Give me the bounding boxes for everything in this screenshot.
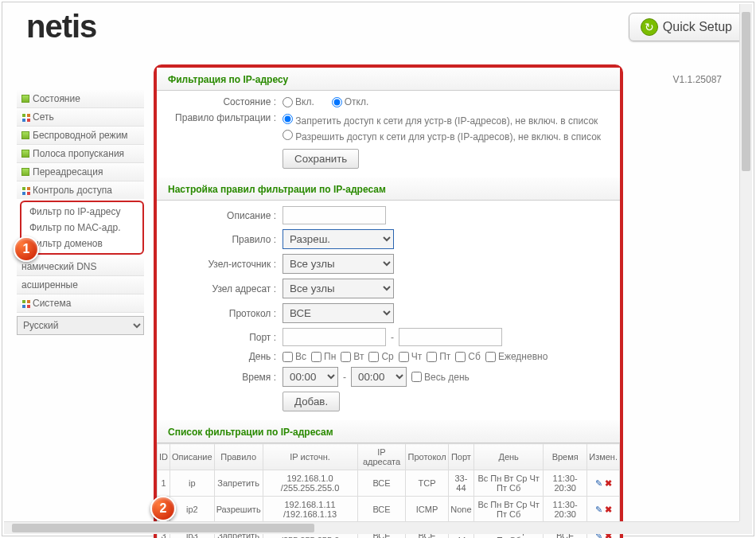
day-thu[interactable]: Чт: [399, 351, 423, 362]
port-to-input[interactable]: [399, 328, 502, 346]
col-port: Порт: [448, 444, 474, 470]
callout-1-badge: 1: [14, 236, 39, 262]
col-rule: Правило: [214, 444, 263, 470]
rule-deny-option[interactable]: Запретить доступ к сети для устр-в (IP-а…: [283, 112, 614, 128]
sidebar-item-network[interactable]: Сеть: [17, 108, 144, 127]
dst-label: Узел адресат :: [163, 283, 283, 294]
scroll-corner: [739, 521, 752, 534]
square-icon: [21, 168, 29, 176]
section1-title: Фильтрация по IP-адресу: [157, 68, 620, 91]
day-tue[interactable]: Вт: [341, 351, 364, 362]
delete-icon[interactable]: ✖: [605, 478, 612, 488]
col-dstip: IP адресата: [357, 444, 406, 470]
quick-setup-label: Quick Setup: [663, 20, 732, 34]
square-icon: [21, 95, 29, 103]
day-wed[interactable]: Ср: [368, 351, 393, 362]
square-icon: [21, 131, 29, 139]
edit-icon[interactable]: ✎: [595, 505, 602, 514]
table-row: 2ip2Разрешить192.168.1.11 /192.168.1.13В…: [158, 497, 620, 523]
sidebar-item-system[interactable]: Система: [17, 294, 144, 313]
state-off-option[interactable]: Откл.: [332, 96, 369, 107]
col-edit: Измен.: [587, 444, 620, 470]
square-icon: [21, 299, 29, 307]
time-from-select[interactable]: 00:00: [283, 367, 338, 387]
col-time: Время: [544, 444, 587, 470]
sidebar-sub-domainfilter[interactable]: Фильтр доменов: [23, 236, 141, 251]
state-on-option[interactable]: Вкл.: [283, 96, 314, 107]
day-sat[interactable]: Сб: [455, 351, 481, 362]
save-button[interactable]: Сохранить: [283, 149, 359, 169]
day-sun[interactable]: Вс: [283, 351, 306, 362]
refresh-icon: ↻: [641, 18, 658, 36]
sidebar-item-forwarding[interactable]: Переадресация: [17, 163, 144, 181]
col-id: ID: [158, 444, 170, 470]
day-label: День :: [163, 351, 283, 362]
filterrule-label: Правило фильтрации :: [163, 112, 283, 123]
day-daily[interactable]: Ежедневно: [485, 351, 548, 362]
desc-input[interactable]: [283, 206, 386, 224]
proto-select[interactable]: ВСЕ: [283, 303, 394, 323]
square-icon: [21, 186, 29, 194]
time-label: Время :: [163, 372, 283, 383]
section3-title: Список фильтрации по IP-адресам: [157, 420, 620, 443]
src-select[interactable]: Все узлы: [283, 254, 394, 274]
src-label: Узел-источник :: [163, 259, 283, 270]
table-row: 1ipЗапретить192.168.1.0 /255.255.255.0ВС…: [158, 470, 620, 497]
vertical-scrollbar[interactable]: [739, 4, 752, 521]
rule-select[interactable]: Разреш.: [283, 229, 394, 249]
sidebar-sub-macfilter[interactable]: Фильтр по MAC-адр.: [23, 220, 141, 236]
version-label: V1.1.25087: [673, 74, 722, 85]
col-srcip: IP источн.: [263, 444, 357, 470]
delete-icon[interactable]: ✖: [605, 505, 612, 514]
sidebar-item-access[interactable]: Контроль доступа: [17, 181, 144, 199]
proto-label: Протокол :: [163, 308, 283, 319]
main-panel: Фильтрация по IP-адресу Состояние : Вкл.…: [154, 64, 623, 538]
sidebar-item-wireless[interactable]: Беспроводной режим: [17, 127, 144, 145]
rule-allow-option[interactable]: Разрешить доступ к сети для устр-в (IP-а…: [283, 128, 614, 144]
col-day: День: [474, 444, 544, 470]
quick-setup-button[interactable]: ↻ Quick Setup: [629, 13, 744, 41]
language-select[interactable]: Русский: [17, 316, 144, 335]
day-checks: Вс Пн Вт Ср Чт Пт Сб Ежедневно: [283, 351, 614, 362]
sidebar: Состояние Сеть Беспроводной режим Полоса…: [17, 90, 144, 335]
sidebar-item-bandwidth[interactable]: Полоса пропускания: [17, 145, 144, 163]
rule-label: Правило :: [163, 234, 283, 245]
sidebar-sub-ipfilter[interactable]: Фильтр по IP-адресу: [23, 204, 141, 220]
col-proto: Протокол: [406, 444, 448, 470]
callout-2-badge: 2: [150, 496, 176, 521]
add-button[interactable]: Добав.: [283, 392, 340, 411]
sidebar-item-status[interactable]: Состояние: [17, 90, 144, 108]
sidebar-item-advanced[interactable]: асширенные: [17, 276, 144, 294]
col-desc: Описание: [170, 444, 215, 470]
state-label: Состояние :: [163, 96, 283, 107]
square-icon: [21, 150, 29, 158]
port-label: Порт :: [163, 332, 283, 343]
edit-icon[interactable]: ✎: [595, 478, 602, 488]
dst-select[interactable]: Все узлы: [283, 279, 394, 298]
sidebar-item-ddns[interactable]: намический DNS: [17, 258, 144, 276]
allday-check[interactable]: Весь день: [411, 372, 470, 383]
horizontal-scrollbar[interactable]: [4, 521, 739, 534]
day-fri[interactable]: Пт: [427, 351, 450, 362]
day-mon[interactable]: Пн: [311, 351, 336, 362]
section2-title: Настройка правил фильтрации по IP-адреса…: [157, 177, 620, 201]
port-from-input[interactable]: [283, 328, 386, 346]
desc-label: Описание :: [163, 210, 283, 221]
square-icon: [21, 113, 29, 121]
time-to-select[interactable]: 00:00: [351, 367, 407, 387]
logo: netis: [26, 9, 96, 45]
